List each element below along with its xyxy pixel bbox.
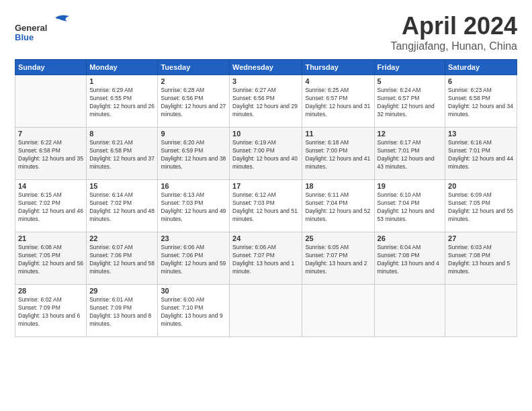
calendar-row: 28Sunrise: 6:02 AMSunset: 7:09 PMDayligh… [15, 285, 517, 337]
calendar-cell: 19Sunrise: 6:10 AMSunset: 7:04 PMDayligh… [374, 180, 445, 232]
day-number: 4 [305, 77, 371, 85]
calendar-row: 21Sunrise: 6:08 AMSunset: 7:05 PMDayligh… [15, 232, 517, 285]
weekday-header: Thursday [302, 60, 374, 75]
day-number: 5 [378, 77, 442, 85]
calendar-cell: 5Sunrise: 6:24 AMSunset: 6:57 PMDaylight… [374, 75, 445, 128]
day-number: 23 [161, 234, 226, 242]
calendar-cell [445, 285, 517, 337]
cell-info: Sunrise: 6:08 AMSunset: 7:05 PMDaylight:… [18, 244, 83, 276]
calendar-cell [374, 285, 445, 337]
day-number: 27 [448, 234, 514, 242]
logo: General Blue [15, 12, 82, 46]
day-number: 13 [448, 130, 514, 138]
weekday-header: Friday [374, 60, 445, 75]
calendar-cell: 21Sunrise: 6:08 AMSunset: 7:05 PMDayligh… [15, 232, 87, 285]
calendar-cell: 10Sunrise: 6:19 AMSunset: 7:00 PMDayligh… [230, 128, 302, 180]
day-number: 6 [448, 77, 514, 85]
calendar-cell: 14Sunrise: 6:15 AMSunset: 7:02 PMDayligh… [15, 180, 87, 232]
cell-info: Sunrise: 6:06 AMSunset: 7:07 PMDaylight:… [232, 244, 299, 276]
day-number: 11 [305, 130, 371, 138]
cell-info: Sunrise: 6:06 AMSunset: 7:06 PMDaylight:… [161, 244, 226, 276]
cell-info: Sunrise: 6:10 AMSunset: 7:04 PMDaylight:… [378, 191, 442, 224]
weekday-header: Tuesday [158, 60, 230, 75]
weekday-header: Wednesday [230, 60, 302, 75]
cell-info: Sunrise: 6:17 AMSunset: 7:01 PMDaylight:… [378, 139, 442, 171]
day-number: 16 [161, 182, 226, 190]
calendar-cell: 26Sunrise: 6:04 AMSunset: 7:08 PMDayligh… [374, 232, 445, 285]
day-number: 14 [18, 182, 83, 190]
cell-info: Sunrise: 6:03 AMSunset: 7:08 PMDaylight:… [448, 244, 514, 276]
calendar-cell [15, 75, 87, 128]
day-number: 19 [378, 182, 442, 190]
cell-info: Sunrise: 6:07 AMSunset: 7:06 PMDaylight:… [89, 244, 154, 276]
cell-info: Sunrise: 6:21 AMSunset: 6:58 PMDaylight:… [89, 139, 154, 171]
cell-info: Sunrise: 6:23 AMSunset: 6:58 PMDaylight:… [448, 87, 514, 119]
day-number: 26 [378, 234, 442, 242]
day-number: 1 [89, 77, 154, 85]
calendar-cell: 27Sunrise: 6:03 AMSunset: 7:08 PMDayligh… [445, 232, 517, 285]
calendar-cell: 3Sunrise: 6:27 AMSunset: 6:56 PMDaylight… [230, 75, 302, 128]
cell-info: Sunrise: 6:18 AMSunset: 7:00 PMDaylight:… [305, 139, 371, 171]
cell-info: Sunrise: 6:04 AMSunset: 7:08 PMDaylight:… [378, 244, 442, 276]
cell-info: Sunrise: 6:13 AMSunset: 7:03 PMDaylight:… [161, 191, 226, 224]
cell-info: Sunrise: 6:12 AMSunset: 7:03 PMDaylight:… [232, 191, 299, 224]
day-number: 12 [378, 130, 442, 138]
calendar-cell: 9Sunrise: 6:20 AMSunset: 6:59 PMDaylight… [158, 128, 230, 180]
calendar-cell: 13Sunrise: 6:16 AMSunset: 7:01 PMDayligh… [445, 128, 517, 180]
cell-info: Sunrise: 6:05 AMSunset: 7:07 PMDaylight:… [305, 244, 371, 276]
logo-svg: General Blue [15, 12, 82, 46]
day-number: 20 [448, 182, 514, 190]
calendar-cell: 22Sunrise: 6:07 AMSunset: 7:06 PMDayligh… [87, 232, 158, 285]
cell-info: Sunrise: 6:00 AMSunset: 7:10 PMDaylight:… [161, 296, 226, 328]
day-number: 28 [18, 287, 83, 295]
cell-info: Sunrise: 6:14 AMSunset: 7:02 PMDaylight:… [89, 191, 154, 224]
calendar-cell: 11Sunrise: 6:18 AMSunset: 7:00 PMDayligh… [302, 128, 374, 180]
calendar-cell: 18Sunrise: 6:11 AMSunset: 7:04 PMDayligh… [302, 180, 374, 232]
day-number: 30 [161, 287, 226, 295]
calendar-cell: 28Sunrise: 6:02 AMSunset: 7:09 PMDayligh… [15, 285, 87, 337]
day-number: 24 [232, 234, 299, 242]
calendar-cell: 1Sunrise: 6:29 AMSunset: 6:55 PMDaylight… [87, 75, 158, 128]
calendar-cell: 2Sunrise: 6:28 AMSunset: 6:56 PMDaylight… [158, 75, 230, 128]
calendar-row: 1Sunrise: 6:29 AMSunset: 6:55 PMDaylight… [15, 75, 517, 128]
location: Tangjiafang, Hunan, China [390, 40, 517, 52]
calendar-cell: 17Sunrise: 6:12 AMSunset: 7:03 PMDayligh… [230, 180, 302, 232]
calendar-cell: 23Sunrise: 6:06 AMSunset: 7:06 PMDayligh… [158, 232, 230, 285]
svg-text:General: General [15, 23, 47, 33]
day-number: 8 [89, 130, 154, 138]
header: General Blue April 2024 Tangjiafang, Hun… [15, 12, 517, 52]
cell-info: Sunrise: 6:28 AMSunset: 6:56 PMDaylight:… [161, 87, 226, 119]
day-number: 18 [305, 182, 371, 190]
day-number: 9 [161, 130, 226, 138]
calendar-cell: 24Sunrise: 6:06 AMSunset: 7:07 PMDayligh… [230, 232, 302, 285]
day-number: 17 [232, 182, 299, 190]
calendar-cell: 20Sunrise: 6:09 AMSunset: 7:05 PMDayligh… [445, 180, 517, 232]
calendar-cell: 15Sunrise: 6:14 AMSunset: 7:02 PMDayligh… [87, 180, 158, 232]
cell-info: Sunrise: 6:27 AMSunset: 6:56 PMDaylight:… [232, 87, 299, 119]
calendar-cell: 7Sunrise: 6:22 AMSunset: 6:58 PMDaylight… [15, 128, 87, 180]
cell-info: Sunrise: 6:02 AMSunset: 7:09 PMDaylight:… [18, 296, 83, 328]
cell-info: Sunrise: 6:24 AMSunset: 6:57 PMDaylight:… [378, 87, 442, 119]
calendar-row: 7Sunrise: 6:22 AMSunset: 6:58 PMDaylight… [15, 128, 517, 180]
cell-info: Sunrise: 6:19 AMSunset: 7:00 PMDaylight:… [232, 139, 299, 171]
day-number: 7 [18, 130, 83, 138]
calendar-cell: 4Sunrise: 6:25 AMSunset: 6:57 PMDaylight… [302, 75, 374, 128]
cell-info: Sunrise: 6:09 AMSunset: 7:05 PMDaylight:… [448, 191, 514, 224]
calendar-cell: 30Sunrise: 6:00 AMSunset: 7:10 PMDayligh… [158, 285, 230, 337]
calendar-cell: 29Sunrise: 6:01 AMSunset: 7:09 PMDayligh… [87, 285, 158, 337]
calendar-cell [230, 285, 302, 337]
calendar-cell: 25Sunrise: 6:05 AMSunset: 7:07 PMDayligh… [302, 232, 374, 285]
calendar-table: SundayMondayTuesdayWednesdayThursdayFrid… [15, 59, 517, 337]
cell-info: Sunrise: 6:22 AMSunset: 6:58 PMDaylight:… [18, 139, 83, 171]
calendar-cell: 6Sunrise: 6:23 AMSunset: 6:58 PMDaylight… [445, 75, 517, 128]
cell-info: Sunrise: 6:29 AMSunset: 6:55 PMDaylight:… [89, 87, 154, 119]
calendar-cell: 8Sunrise: 6:21 AMSunset: 6:58 PMDaylight… [87, 128, 158, 180]
cell-info: Sunrise: 6:11 AMSunset: 7:04 PMDaylight:… [305, 191, 371, 224]
calendar-page: General Blue April 2024 Tangjiafang, Hun… [0, 0, 532, 411]
calendar-cell: 16Sunrise: 6:13 AMSunset: 7:03 PMDayligh… [158, 180, 230, 232]
header-row: SundayMondayTuesdayWednesdayThursdayFrid… [15, 60, 517, 75]
day-number: 22 [89, 234, 154, 242]
calendar-row: 14Sunrise: 6:15 AMSunset: 7:02 PMDayligh… [15, 180, 517, 232]
day-number: 3 [232, 77, 299, 85]
day-number: 2 [161, 77, 226, 85]
